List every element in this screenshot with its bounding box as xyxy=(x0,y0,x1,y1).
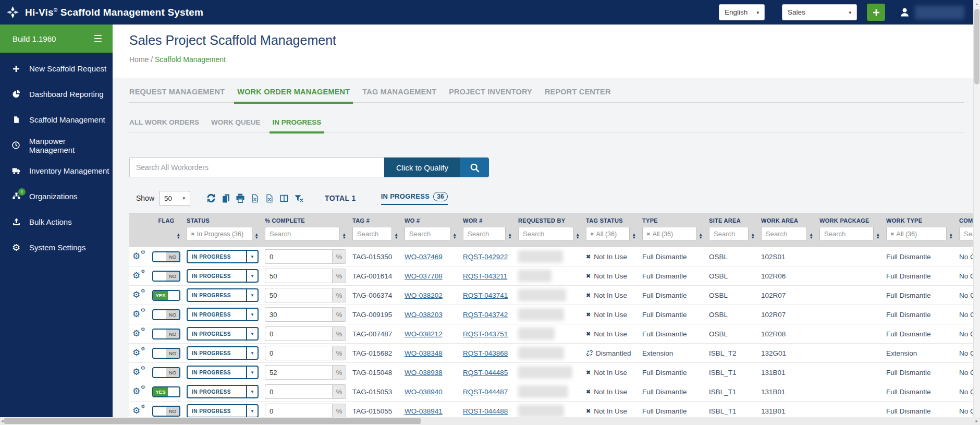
flag-toggle[interactable]: NO xyxy=(152,271,180,282)
percent-complete-input[interactable] xyxy=(265,346,332,360)
work-order-link[interactable]: WO-038202 xyxy=(405,292,443,299)
user-menu[interactable] xyxy=(899,6,964,19)
filter-input-tag[interactable] xyxy=(352,227,392,241)
remove-filter-icon[interactable]: ✖ xyxy=(590,232,594,237)
sort-control-wor[interactable]: ▲▼ xyxy=(508,233,512,241)
tab-report-center[interactable]: REPORT CENTER xyxy=(545,88,611,102)
row-actions-gears-icon[interactable]: ⚙⚙ xyxy=(132,252,144,261)
status-dropdown[interactable]: IN PROGRESS▼ xyxy=(187,346,259,360)
row-actions-gears-icon[interactable]: ⚙⚙ xyxy=(132,406,144,416)
horizontal-scrollbar-thumb[interactable] xyxy=(4,418,421,424)
language-select[interactable]: English▾ xyxy=(719,4,765,20)
work-order-link[interactable]: WO-038938 xyxy=(405,369,443,377)
sort-control-tag[interactable]: ▲▼ xyxy=(395,233,398,241)
flag-toggle[interactable]: NO xyxy=(152,367,180,378)
tab-tag-management[interactable]: TAG MANAGEMENT xyxy=(362,88,436,102)
flag-toggle[interactable]: NO xyxy=(152,406,180,417)
work-order-link[interactable]: WO-038940 xyxy=(405,388,443,396)
status-dropdown[interactable]: IN PROGRESS▼ xyxy=(187,366,259,379)
subtab-all-work-orders[interactable]: ALL WORK ORDERS xyxy=(129,118,199,132)
work-order-link[interactable]: WO-038203 xyxy=(405,311,443,319)
active-filter-badge[interactable]: IN PROGRESS 36 xyxy=(381,192,448,205)
filter-clear-icon[interactable] xyxy=(293,193,304,204)
sort-control-work_area[interactable]: ▲▼ xyxy=(810,233,813,241)
filter-input-pct[interactable] xyxy=(265,227,340,241)
flag-toggle[interactable]: NO xyxy=(152,348,180,359)
search-button[interactable] xyxy=(460,157,489,177)
flag-toggle[interactable]: NO xyxy=(152,329,180,339)
status-dropdown[interactable]: IN PROGRESS▼ xyxy=(187,250,259,263)
search-input[interactable] xyxy=(129,157,384,177)
sidebar-item-manpower-management[interactable]: Manpower Management xyxy=(0,132,113,158)
percent-complete-input[interactable] xyxy=(265,288,332,302)
work-order-request-link[interactable]: RQST-043742 xyxy=(463,311,508,319)
role-select[interactable]: Sales▾ xyxy=(782,4,857,20)
percent-complete-input[interactable] xyxy=(265,269,332,283)
filter-chip-tag_status[interactable]: ✖All (36) xyxy=(586,227,630,241)
remove-filter-icon[interactable]: ✖ xyxy=(890,232,895,237)
row-actions-gears-icon[interactable]: ⚙⚙ xyxy=(132,368,144,377)
status-dropdown[interactable]: IN PROGRESS▼ xyxy=(187,385,259,398)
row-actions-gears-icon[interactable]: ⚙⚙ xyxy=(132,329,144,338)
breadcrumb-home[interactable]: Home xyxy=(129,55,149,64)
refresh-icon[interactable] xyxy=(206,193,216,204)
percent-complete-input[interactable] xyxy=(265,384,332,399)
flag-toggle[interactable]: NO xyxy=(152,309,180,320)
work-order-link[interactable]: WO-038212 xyxy=(405,330,443,338)
filter-chip-status[interactable]: ✖In Progress (36) xyxy=(187,227,252,241)
scroll-up-arrow-icon[interactable]: ▲ xyxy=(974,0,980,7)
work-order-link[interactable]: WO-038941 xyxy=(405,407,443,415)
sort-control-tag_status[interactable]: ▲▼ xyxy=(632,233,636,241)
work-order-request-link[interactable]: RQST-044485 xyxy=(463,369,508,377)
sort-control-flag[interactable]: ▲▼ xyxy=(177,233,180,241)
filter-chip-type[interactable]: ✖All (36) xyxy=(642,227,696,241)
page-size-select[interactable]: 50▾ xyxy=(159,191,190,206)
status-dropdown[interactable]: IN PROGRESS▼ xyxy=(187,269,259,283)
remove-filter-icon[interactable]: ✖ xyxy=(191,232,195,237)
sidebar-item-system-settings[interactable]: ⚙ System Settings xyxy=(0,235,113,260)
columns-icon[interactable] xyxy=(279,193,289,204)
sidebar-item-new-scaffold-request[interactable]: New Scaffold Request xyxy=(0,56,113,81)
filter-input-site_area[interactable] xyxy=(709,227,749,241)
tab-request-management[interactable]: REQUEST MANAGEMENT xyxy=(129,88,225,102)
subtab-work-queue[interactable]: WORK QUEUE xyxy=(211,118,261,132)
remove-filter-icon[interactable]: ✖ xyxy=(646,232,651,237)
work-order-request-link[interactable]: RQST-043751 xyxy=(463,330,508,338)
excel-icon[interactable] xyxy=(250,193,260,204)
excel2-icon[interactable] xyxy=(264,193,275,204)
hamburger-icon[interactable]: ☰ xyxy=(93,34,102,44)
sidebar-item-scaffold-management[interactable]: Scaffold Management xyxy=(0,107,113,132)
sidebar-item-dashboard-reporting[interactable]: Dashboard Reporting xyxy=(0,81,113,107)
filter-input-comments[interactable] xyxy=(959,227,973,241)
vertical-scrollbar[interactable]: ▲ xyxy=(973,0,980,417)
qualify-button[interactable]: Click to Qualify xyxy=(384,157,460,177)
tab-work-order-management[interactable]: WORK ORDER MANAGEMENT xyxy=(237,88,350,102)
percent-complete-input[interactable] xyxy=(265,249,332,264)
print-icon[interactable] xyxy=(235,193,246,204)
work-order-request-link[interactable]: RQST-042922 xyxy=(463,253,508,261)
work-order-link[interactable]: WO-038348 xyxy=(405,349,443,357)
work-order-request-link[interactable]: RQST-043741 xyxy=(463,292,508,299)
percent-complete-input[interactable] xyxy=(265,326,332,341)
percent-complete-input[interactable] xyxy=(265,404,332,417)
flag-toggle[interactable]: YES xyxy=(152,386,180,397)
work-order-link[interactable]: WO-037708 xyxy=(405,272,443,280)
work-order-link[interactable]: WO-037469 xyxy=(405,253,443,261)
vertical-scrollbar-thumb[interactable] xyxy=(974,9,979,84)
flag-toggle[interactable]: NO xyxy=(152,251,180,262)
copy-icon[interactable] xyxy=(220,193,231,204)
scroll-right-arrow-icon[interactable]: ▸ xyxy=(975,417,978,425)
sort-control-pct[interactable]: ▲▼ xyxy=(342,233,346,241)
sort-control-status[interactable]: ▲▼ xyxy=(255,233,259,241)
horizontal-scrollbar[interactable]: ◂ ▸ xyxy=(0,417,980,425)
sidebar-item-bulk-actions[interactable]: Bulk Actions xyxy=(0,209,113,235)
percent-complete-input[interactable] xyxy=(265,307,332,322)
row-actions-gears-icon[interactable]: ⚙⚙ xyxy=(132,271,144,281)
row-actions-gears-icon[interactable]: ⚙⚙ xyxy=(132,387,144,396)
subtab-in-progress[interactable]: IN PROGRESS xyxy=(273,118,322,132)
sidebar-item-organizations[interactable]: ! Organizations xyxy=(0,184,113,209)
sidebar-item-inventory-management[interactable]: Inventory Management xyxy=(0,158,113,184)
filter-input-wo[interactable] xyxy=(405,227,450,241)
scroll-left-arrow-icon[interactable]: ◂ xyxy=(1,417,4,425)
sort-control-site_area[interactable]: ▲▼ xyxy=(751,233,755,241)
